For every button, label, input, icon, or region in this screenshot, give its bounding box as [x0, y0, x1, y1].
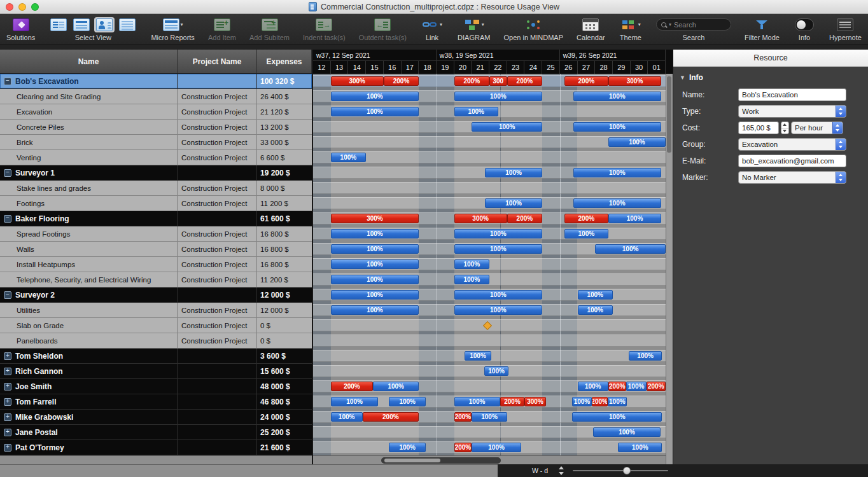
usage-bar[interactable]: 100%	[331, 290, 419, 300]
usage-bar[interactable]: 200%	[331, 382, 373, 391]
usage-bar[interactable]: 100%	[573, 122, 662, 132]
usage-bar[interactable]: 200%	[507, 76, 542, 86]
usage-bar[interactable]: 100%	[608, 397, 627, 406]
theme-button[interactable]: ▾	[619, 17, 643, 32]
view-sheet-button[interactable]	[117, 17, 137, 32]
usage-bar[interactable]: 100%	[454, 275, 489, 284]
table-row-utilities[interactable]: UtilitiesConstruction Project12 000 $	[0, 303, 312, 318]
table-row-spread-footings[interactable]: Spread FootingsConstruction Project16 80…	[0, 226, 312, 242]
table-row-panelboards[interactable]: PanelboardsConstruction Project0 $	[0, 333, 312, 349]
usage-bar[interactable]: 100%	[454, 244, 543, 254]
expander-icon[interactable]: +	[4, 413, 11, 421]
usage-bar[interactable]: 100%	[454, 259, 489, 269]
usage-bar[interactable]: 200%	[454, 76, 489, 86]
expander-icon[interactable]: +	[4, 398, 11, 406]
usage-bar[interactable]: 100%	[573, 198, 662, 208]
table-row-venting[interactable]: VentingConstruction Project6 600 $	[0, 150, 312, 165]
expander-icon[interactable]: +	[4, 383, 11, 391]
usage-bar[interactable]: 100%	[472, 412, 507, 422]
expander-icon[interactable]: +	[4, 429, 11, 436]
usage-bar[interactable]: 100%	[485, 198, 542, 208]
disclosure-triangle-icon[interactable]: ▼	[680, 74, 685, 81]
expander-icon[interactable]: −	[4, 78, 11, 85]
timescale-stepper[interactable]	[557, 466, 565, 476]
usage-bar[interactable]: 300	[489, 76, 507, 86]
usage-bar[interactable]: 100%	[331, 397, 379, 406]
usage-bar[interactable]: 100%	[331, 412, 363, 422]
cost-input[interactable]	[738, 121, 779, 134]
usage-bar[interactable]: 100%	[572, 397, 591, 406]
usage-bar[interactable]: 100%	[608, 214, 661, 223]
usage-bar[interactable]: 100%	[331, 229, 419, 238]
usage-bar[interactable]: 100%	[608, 137, 666, 147]
usage-bar[interactable]: 100%	[454, 305, 543, 315]
table-row-joe-smith[interactable]: +Joe Smith48 000 $	[0, 379, 312, 394]
usage-bar[interactable]: 100%	[573, 92, 662, 101]
email-input[interactable]	[738, 155, 846, 167]
usage-bar[interactable]: 100%	[472, 443, 521, 452]
mindmap-button[interactable]	[523, 17, 543, 32]
usage-bar[interactable]: 100%	[465, 351, 491, 361]
usage-bar[interactable]: 100%	[373, 382, 419, 391]
usage-bar[interactable]: 100%	[618, 443, 662, 452]
cost-stepper[interactable]	[781, 121, 789, 134]
table-row-surveyor-2[interactable]: −Surveyor 212 000 $	[0, 287, 312, 303]
usage-bar[interactable]: 200%	[454, 412, 472, 422]
column-header-project-name[interactable]: Project Name	[178, 50, 257, 73]
usage-bar[interactable]: 100%	[593, 427, 660, 437]
expander-icon[interactable]: +	[4, 444, 11, 452]
expander-icon[interactable]: −	[4, 215, 11, 223]
name-input[interactable]	[738, 88, 846, 101]
zoom-slider[interactable]	[573, 464, 668, 477]
table-row-slab-on-grade[interactable]: Slab on GradeConstruction Project0 $	[0, 318, 312, 333]
usage-bar[interactable]: 100%	[331, 275, 419, 284]
usage-bar[interactable]: 100%	[454, 290, 543, 300]
usage-bar[interactable]: 300%	[524, 397, 545, 406]
usage-bar[interactable]: 100%	[331, 153, 366, 162]
zoom-slider-knob[interactable]	[623, 467, 631, 474]
table-row-concrete-piles[interactable]: Concrete PilesConstruction Project13 200…	[0, 120, 312, 135]
table-row-baker-flooring[interactable]: −Baker Flooring61 600 $	[0, 211, 312, 226]
usage-bar[interactable]: 200%	[564, 214, 608, 223]
solutions-button[interactable]	[11, 17, 31, 32]
usage-bar[interactable]: 100%	[331, 305, 419, 315]
usage-bar[interactable]: 100%	[389, 443, 426, 452]
usage-bar[interactable]: 100%	[454, 229, 543, 238]
column-header-expenses[interactable]: Expenses	[257, 50, 312, 73]
marker-dropdown[interactable]: No Marker	[738, 171, 846, 184]
usage-bar[interactable]: 200%	[608, 382, 626, 391]
view-table-button[interactable]	[71, 17, 92, 32]
usage-bar[interactable]: 100%	[578, 382, 608, 391]
table-row-tom-sheldon[interactable]: +Tom Sheldon3 600 $	[0, 349, 312, 364]
usage-bar[interactable]: 200%	[507, 214, 542, 223]
micro-reports-button[interactable]: ▾	[161, 17, 185, 32]
usage-bar[interactable]: 100%	[454, 397, 500, 406]
usage-bar[interactable]: 200%	[592, 397, 608, 406]
search-input[interactable]: ▾Search	[656, 18, 731, 31]
cost-unit-dropdown[interactable]: Per hour	[791, 121, 843, 134]
table-row-jane-postal[interactable]: +Jane Postal25 200 $	[0, 425, 312, 440]
usage-bar[interactable]: 200%	[454, 443, 472, 452]
table-row-install-heatpumps[interactable]: Install HeatpumpsConstruction Project16 …	[0, 257, 312, 272]
expander-icon[interactable]: −	[4, 169, 11, 177]
table-row-walls[interactable]: WallsConstruction Project16 800 $	[0, 242, 312, 257]
scrollbar-track[interactable]	[381, 457, 501, 464]
usage-bar[interactable]: 200%	[363, 412, 419, 422]
usage-bar[interactable]: 100%	[626, 382, 647, 391]
table-row-surveyor-1[interactable]: −Surveyor 119 200 $	[0, 165, 312, 181]
calendar-button[interactable]	[580, 17, 601, 32]
scrollbar-thumb[interactable]	[384, 459, 440, 462]
usage-bar[interactable]: 100%	[484, 366, 509, 376]
info-button[interactable]	[793, 17, 816, 32]
usage-bar[interactable]: 100%	[331, 92, 419, 101]
usage-bar[interactable]: 200%	[500, 397, 525, 406]
vertical-scrollbar[interactable]	[666, 74, 673, 464]
usage-bar[interactable]: 200%	[564, 76, 608, 86]
info-section-header[interactable]: ▼ Info	[680, 73, 859, 82]
link-button[interactable]: ▾	[420, 17, 444, 32]
usage-bar[interactable]: 100%	[389, 397, 426, 406]
view-gantt-button[interactable]	[48, 17, 69, 32]
usage-bar[interactable]: 100%	[578, 305, 613, 315]
hypernote-button[interactable]	[835, 17, 855, 32]
usage-bar[interactable]: 100%	[472, 122, 542, 132]
